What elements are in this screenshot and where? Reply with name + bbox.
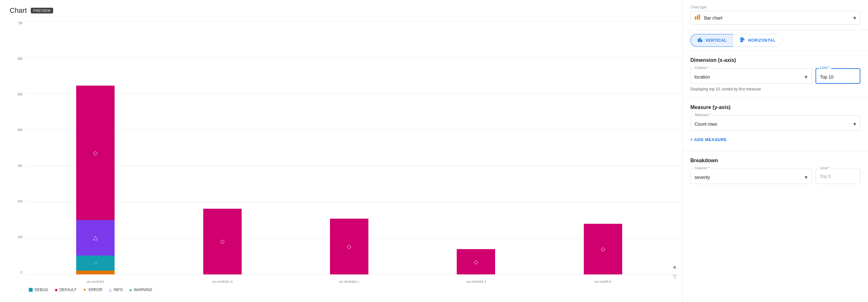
bar-chart-icon [694,14,701,22]
x-label-us-central1-c: us-central1-c [339,279,360,283]
legend-icon-warning: ● [129,287,132,292]
limit-value-input[interactable] [829,74,841,80]
bar-group-us-central1-c: ◇ us-central1-c [286,21,412,274]
chart-title: Chart [9,6,27,15]
dimension-column-field: Column * location ▾ [690,68,812,84]
dimension-column-select[interactable]: location ▾ [690,68,812,84]
diamond-icon-a: ◇ [220,238,225,245]
dimension-section: Dimension (x-axis) Column * location ▾ L… [683,51,868,98]
horizontal-orientation-btn[interactable]: HORIZONTAL [733,34,782,47]
legend-label-error: ERROR [89,287,102,292]
diamond-icon-f: ◇ [474,258,478,266]
x-label-us-central1: us-central1 [87,279,104,283]
legend-item-error: ▼ ERROR [83,287,102,292]
chart-area: Chart PREVIEW 0 1M 2M 3M 4M 5M 6M 7M [0,0,682,302]
x-label-us-central1-f: us-central1-f [466,279,486,283]
chart-type-select[interactable]: Bar chart ▾ [690,11,860,25]
right-panel: Chart type Bar chart ▾ [682,0,868,302]
top-prefix: Top [820,74,827,80]
bars-area: ◇ △ □ [26,21,682,284]
breakdown-column-label: Column * [693,166,711,170]
chart-type-section-label: Chart type [690,5,707,9]
add-measure-button[interactable]: + ADD MEASURE [690,135,860,144]
horizontal-label: HORIZONTAL [748,38,775,43]
legend-icon-info: △ [109,287,112,292]
svg-rect-6 [740,37,744,39]
y-label-1m: 1M [18,235,22,239]
bar-group-us-central1: ◇ △ □ [32,21,159,274]
measure-value: Count rows [694,121,853,127]
chart-container: 0 1M 2M 3M 4M 5M 6M 7M [6,21,682,296]
preview-badge: PREVIEW [31,8,53,13]
breakdown-limit-label: Limit * [819,166,831,170]
chart-type-section: Chart type Bar chart ▾ [683,0,868,30]
orientation-section: VERTICAL HORIZONTAL [683,30,868,51]
diamond-icon-c: ◇ [347,243,351,250]
legend-item-debug: DEBUG [29,287,48,292]
legend-color-debug [29,288,33,292]
diamond-icon-e: ◇ [601,246,605,253]
dimension-column-dropdown-arrow: ▾ [805,74,807,80]
svg-rect-7 [740,39,744,40]
legend-label-info: INFO [114,287,123,292]
chart-header: Chart PREVIEW [6,6,682,15]
scroll-down-arrow[interactable]: ▽ [670,272,679,281]
triangle-icon: △ [93,234,98,241]
chart-type-label-row: Chart type [690,5,860,9]
measure-field: Measure * Count rows ▾ [690,115,860,131]
legend-label-warning: WARNING [134,287,152,292]
breakdown-column-dropdown-arrow: ▾ [805,174,807,181]
breakdown-column-select[interactable]: severity ▾ [690,169,812,184]
vertical-icon [697,37,703,44]
bar-segment-default-c: ◇ [330,219,368,274]
legend-item-default: ◆ DEFAULT [55,287,76,292]
bar-segment-info: △ [76,220,115,255]
measure-section-header: Measure (y-axis) [690,105,860,110]
measure-select[interactable]: Count rows ▾ [690,115,860,131]
bar-segment-default-e: ◇ [584,224,622,274]
y-label-4m: 4M [18,128,22,132]
breakdown-section-header: Breakdown [690,158,860,164]
scroll-arrows: ▲ ▽ [670,262,679,281]
bar-group-us-east4-b: ◇ us-east4-b [539,21,666,274]
svg-rect-3 [698,39,699,42]
svg-rect-2 [699,15,700,20]
svg-rect-0 [695,16,696,20]
bar-stack-us-central1-c: ◇ [330,219,368,274]
dimension-column-label: Column * [693,66,711,70]
y-label-0: 0 [21,271,22,274]
bar-stack-us-central1: ◇ △ □ [76,86,115,274]
bar-stack-us-east4-b: ◇ [584,224,622,274]
svg-rect-8 [740,41,743,42]
x-label-us-central1-a: us-central1-a [212,279,233,283]
dimension-hint: Displaying top 10, sorted by first measu… [690,87,860,91]
dimension-column-value: location [694,74,805,80]
dimension-limit-input[interactable]: Top [815,68,860,84]
svg-rect-5 [701,39,702,42]
dimension-limit-label: Limit * [819,66,831,70]
dimension-section-header: Dimension (x-axis) [690,57,860,63]
diamond-icon: ◇ [93,149,98,157]
scroll-up-arrow[interactable]: ▲ [670,262,679,271]
chart-inner: 0 1M 2M 3M 4M 5M 6M 7M [6,21,682,284]
vertical-orientation-btn[interactable]: VERTICAL [690,34,733,47]
add-measure-label: + ADD MEASURE [690,137,727,142]
bar-segment-default: ◇ [76,86,115,220]
bar-stack-us-central1-a: ◇ [203,209,242,274]
square-icon: □ [94,260,97,265]
breakdown-limit-input[interactable]: Top 5 [815,169,860,184]
y-label-5m: 5M [18,92,22,96]
dimension-limit-field: Limit * Top [815,68,860,84]
breakdown-section: Breakdown Column * severity ▾ Limit * To… [683,151,868,190]
legend-item-warning: ● WARNING [129,287,152,292]
breakdown-limit-field: Limit * Top 5 [815,169,860,184]
legend-label-debug: DEBUG [35,287,48,292]
bar-segment-debug: □ [76,255,115,271]
legend-label-default: DEFAULT [60,287,76,292]
bar-group-us-central1-f: ◇ us-central1-f [412,21,539,274]
measure-form-row: Measure * Count rows ▾ [690,115,860,131]
bar-segment-default-f: ◇ [457,249,495,274]
y-label-2m: 2M [18,199,22,203]
svg-rect-1 [697,16,698,20]
breakdown-limit-value: Top 5 [820,174,831,179]
